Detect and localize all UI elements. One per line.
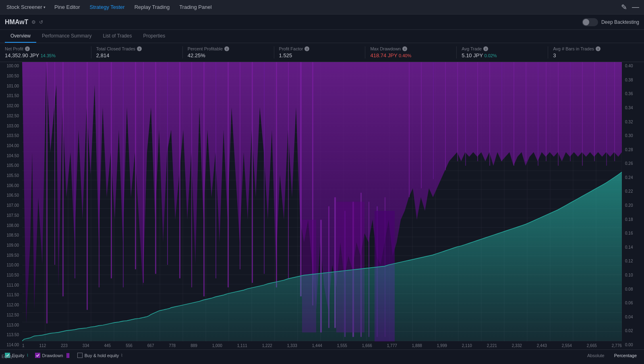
y-axis-left: 114.00113.50113.00112.50112.00111.50111.… [0, 62, 22, 349]
total-closed-trades-info-icon[interactable]: i [137, 46, 142, 51]
y-label-right: 0.38 [623, 78, 642, 82]
avg-trade-info-icon[interactable]: i [483, 46, 488, 51]
nav-item-replay-trading[interactable]: Replay Trading [130, 2, 174, 12]
percent-profitable-value: 42.25% [188, 52, 269, 58]
symbol-bar: HMAwT ⚙ ↺ Deep Backtesting [0, 15, 644, 30]
x-label: 1,888 [412, 343, 422, 348]
x-label: 2,665 [587, 343, 597, 348]
x-axis: 11122233344455566677788891,0001,1111,222… [22, 341, 622, 349]
chart-svg [22, 62, 622, 341]
tab-performance-summary[interactable]: Performance Summary [36, 30, 97, 43]
x-label: 445 [104, 343, 111, 348]
y-label-left: 108.50 [2, 233, 21, 237]
x-label: 2,443 [537, 343, 547, 348]
chart-area: 114.00113.50113.00112.50112.00111.50111.… [0, 62, 644, 361]
legend-drawdown[interactable]: Drawdown ▐▌ [35, 353, 71, 358]
x-label: 1,333 [287, 343, 297, 348]
buy-hold-checkbox[interactable] [77, 353, 83, 358]
drawdown-bar-icon: ▐▌ [65, 353, 71, 358]
y-label-left: 107.00 [2, 203, 21, 208]
buy-hold-label: Buy & hold equity [85, 353, 119, 358]
tab-properties[interactable]: Properties [137, 30, 171, 43]
y-label-right: 0.10 [623, 273, 642, 277]
x-label: 223 [61, 343, 68, 348]
profit-factor-value: 1.525 [279, 52, 360, 58]
y-label-left: 102.50 [2, 114, 21, 118]
stat-percent-profitable: Percent Profitable i 42.25% [188, 46, 274, 58]
y-label-left: 100.00 [2, 64, 21, 68]
legend-buy-hold[interactable]: Buy & hold equity ⌇ [77, 353, 123, 358]
y-label-right: 0.06 [623, 301, 642, 305]
y-label-right: 0.16 [623, 231, 642, 235]
svg-rect-63 [111, 62, 112, 279]
svg-rect-110 [606, 62, 607, 166]
max-drawdown-value: 418.74 JPY 0.40% [370, 52, 451, 58]
refresh-icon[interactable]: ↺ [39, 19, 43, 25]
minimize-button[interactable]: — [630, 3, 641, 11]
max-drawdown-info-icon[interactable]: i [402, 46, 407, 51]
svg-rect-104 [538, 62, 538, 166]
dropdown-arrow-icon: ▾ [43, 5, 46, 9]
nav-item-stock-screener[interactable]: Stock Screener ▾ [3, 2, 49, 12]
net-profit-info-icon[interactable]: i [25, 46, 30, 51]
svg-rect-97 [457, 62, 458, 161]
svg-rect-75 [252, 62, 253, 283]
absolute-button[interactable]: Absolute [585, 352, 607, 359]
svg-rect-62 [99, 62, 99, 287]
y-label-left: 101.00 [2, 84, 21, 88]
y-label-right: 0.12 [623, 259, 642, 263]
cursor-icon[interactable]: ✎ [621, 3, 627, 12]
nav-item-trading-panel[interactable]: Trading Panel [175, 2, 215, 12]
svg-rect-61 [87, 62, 88, 310]
x-label: 2,776 [612, 343, 622, 348]
svg-rect-103 [526, 62, 526, 161]
equity-chart-icon: ⌇ [27, 353, 29, 358]
deep-backtesting-switch[interactable] [582, 18, 598, 26]
percent-profitable-info-icon[interactable]: i [224, 46, 229, 51]
x-label: 2,554 [562, 343, 572, 348]
nav-item-pine-editor[interactable]: Pine Editor [50, 2, 84, 12]
tabs-bar: Overview Performance Summary List of Tra… [0, 30, 644, 43]
y-label-left: 102.00 [2, 104, 21, 108]
svg-rect-79 [300, 62, 302, 296]
y-label-left: 107.50 [2, 213, 21, 218]
x-label: 667 [147, 343, 154, 348]
settings-icon[interactable]: ⚙ [31, 19, 36, 25]
svg-rect-109 [594, 62, 595, 161]
x-label: 556 [126, 343, 133, 348]
svg-rect-73 [228, 62, 229, 287]
svg-rect-71 [203, 62, 205, 296]
y-label-right: 0.14 [623, 245, 642, 250]
top-nav-right: ✎ — [621, 3, 641, 12]
svg-rect-67 [155, 62, 156, 274]
x-label: 2,110 [462, 343, 472, 348]
profit-factor-info-icon[interactable]: i [304, 46, 309, 51]
svg-rect-102 [514, 62, 514, 166]
y-label-left: 106.00 [2, 183, 21, 188]
y-label-left: 113.50 [2, 333, 21, 337]
tab-list-of-trades[interactable]: List of Trades [97, 30, 137, 43]
stat-max-drawdown: Max Drawdown i 418.74 JPY 0.40% [370, 46, 457, 58]
x-label: 1,000 [212, 343, 222, 348]
y-label-left: 106.50 [2, 193, 21, 198]
svg-rect-100 [489, 62, 490, 166]
total-closed-trades-value: 2,814 [96, 52, 178, 58]
avg-bars-info-icon[interactable]: i [596, 46, 601, 51]
y-label-left: 112.00 [2, 303, 21, 307]
y-label-left: 111.00 [2, 283, 21, 287]
x-label: 1 [22, 343, 25, 348]
nav-item-strategy-tester[interactable]: Strategy Tester [85, 2, 128, 12]
y-label-right: 0.36 [623, 92, 642, 96]
stat-net-profit: Net Profit i 14,352.90 JPY 14.35% [5, 46, 91, 58]
drawdown-checkbox[interactable] [35, 353, 40, 358]
y-label-left: 110.00 [2, 263, 21, 267]
net-profit-value: 14,352.90 JPY 14.35% [5, 52, 86, 58]
y-label-right: 0.30 [623, 133, 642, 138]
percentage-button[interactable]: Percentage [612, 352, 639, 359]
y-label-right: 0.34 [623, 106, 642, 110]
tab-overview[interactable]: Overview [5, 30, 36, 43]
top-nav: Stock Screener ▾ Pine Editor Strategy Te… [0, 0, 644, 15]
symbol-name: HMAwT [5, 19, 28, 26]
svg-rect-95 [433, 62, 434, 179]
y-label-left: 105.50 [2, 173, 21, 178]
